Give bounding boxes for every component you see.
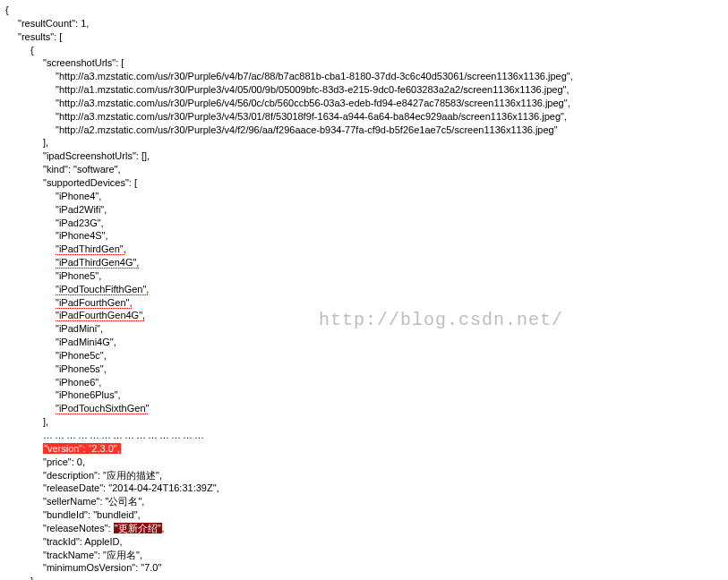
screenshot-url: "http://a3.mzstatic.com/us/r30/Purple6/v… bbox=[5, 70, 723, 83]
device-item: "iPadFourthGen4G", bbox=[5, 309, 723, 322]
releasenotes-comma: , bbox=[162, 523, 165, 533]
sellername-line: "sellerName": "公司名", bbox=[5, 495, 723, 508]
devices-list: "iPhone4","iPad2Wifi","iPad23G","iPhone4… bbox=[5, 190, 723, 415]
version-line: "version": "2.3.0", bbox=[5, 442, 723, 456]
results-key: "results": [ bbox=[5, 30, 723, 44]
device-item: "iPodTouchSixthGen" bbox=[5, 402, 723, 415]
device-item: "iPad23G", bbox=[5, 217, 723, 230]
version-highlight: "version": "2.3.0", bbox=[43, 443, 121, 454]
device-item: "iPad2Wifi", bbox=[5, 203, 723, 217]
object-close: } bbox=[5, 575, 723, 580]
device-item: "iPhone5", bbox=[5, 269, 723, 283]
releasenotes-highlight: "更新介绍" bbox=[114, 523, 162, 533]
screenshoturls-key: "screenshotUrls": [ bbox=[5, 56, 723, 70]
device-item: "iPadMini", bbox=[5, 322, 723, 336]
supporteddevices-key: "supportedDevices": [ bbox=[5, 176, 723, 190]
json-viewer: { "resultCount": 1, "results": [ { "scre… bbox=[5, 4, 723, 580]
brace-open: { bbox=[5, 4, 723, 17]
releasedate-line: "releaseDate": "2014-04-24T16:31:39Z", bbox=[5, 482, 723, 495]
bundleid-line: "bundleId": "bundleid", bbox=[5, 508, 723, 522]
device-item: "iPhone6", bbox=[5, 376, 723, 389]
omitted-line: …………………………………… bbox=[5, 429, 723, 442]
screenshot-url: "http://a2.mzstatic.com/us/r30/Purple3/v… bbox=[5, 124, 723, 137]
price-line: "price": 0, bbox=[5, 456, 723, 469]
object-open: { bbox=[5, 44, 723, 57]
device-item: "iPhone4S", bbox=[5, 229, 723, 243]
trackname-line: "trackName": "应用名", bbox=[5, 549, 723, 562]
device-item: "iPadFourthGen", bbox=[5, 296, 723, 310]
device-item: "iPhone5s", bbox=[5, 362, 723, 376]
device-item: "iPadThirdGen4G", bbox=[5, 256, 723, 269]
kind-line: "kind": "software", bbox=[5, 163, 723, 176]
screenshot-url: "http://a3.mzstatic.com/us/r30/Purple3/v… bbox=[5, 110, 723, 124]
device-item: "iPodTouchFifthGen", bbox=[5, 283, 723, 296]
releasenotes-line: "releaseNotes": "更新介绍", bbox=[5, 522, 723, 535]
device-item: "iPhone4", bbox=[5, 190, 723, 203]
array-close: ], bbox=[5, 136, 723, 149]
releasenotes-key: "releaseNotes": bbox=[43, 523, 114, 533]
array-close: ], bbox=[5, 415, 723, 429]
device-item: "iPadMini4G", bbox=[5, 336, 723, 349]
device-item: "iPhone6Plus", bbox=[5, 388, 723, 402]
device-item: "iPadThirdGen", bbox=[5, 243, 723, 256]
ipadscreenshoturls-line: "ipadScreenshotUrls": [], bbox=[5, 149, 723, 163]
screenshot-url: "http://a1.mzstatic.com/us/r30/Purple3/v… bbox=[5, 83, 723, 97]
minimumosversion-line: "minimumOsVersion": "7.0" bbox=[5, 561, 723, 575]
description-line: "description": "应用的描述", bbox=[5, 469, 723, 482]
device-item: "iPhone5c", bbox=[5, 349, 723, 362]
resultcount-line: "resultCount": 1, bbox=[5, 17, 723, 30]
trackid-line: "trackId": AppleID, bbox=[5, 535, 723, 549]
screenshot-url: "http://a3.mzstatic.com/us/r30/Purple6/v… bbox=[5, 97, 723, 110]
